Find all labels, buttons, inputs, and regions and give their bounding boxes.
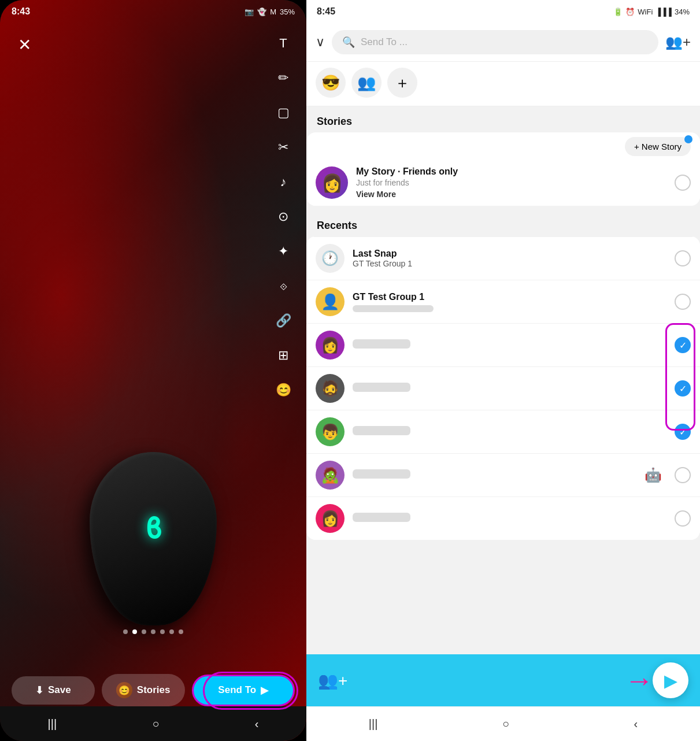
contact-radio-3[interactable] xyxy=(675,467,691,483)
recent-apps-icon[interactable]: ||| xyxy=(48,717,57,731)
status-icons-left: 📷 👻 M 35% xyxy=(245,8,295,16)
close-icon: ✕ xyxy=(18,35,31,54)
dot-4 xyxy=(151,629,155,634)
home-icon[interactable]: ○ xyxy=(152,717,159,731)
last-snap-item[interactable]: 🕐 Last Snap GT Test Group 1 xyxy=(306,236,700,280)
last-snap-radio[interactable] xyxy=(675,250,691,266)
stories-header-row: + New Story xyxy=(306,132,700,160)
robot-emoji: 🤖 xyxy=(645,467,662,483)
contact-name-3-blur xyxy=(353,469,410,479)
statusbar-right: 8:45 🔋 ⏰ WiFi ▐▐▐ 34% xyxy=(306,0,700,23)
scroll-area[interactable]: Stories + New Story 👩 My Story · Friends… xyxy=(306,106,700,654)
nav-bar-left: ||| ○ ‹ xyxy=(0,706,306,741)
contact-info-3 xyxy=(353,469,636,481)
contact-radio-1[interactable]: ✓ xyxy=(675,380,691,397)
contact-radio-0[interactable]: ✓ xyxy=(675,337,691,353)
last-snap-label: Last Snap xyxy=(353,249,666,259)
contact-avatar-1: 🧔 xyxy=(316,374,345,403)
left-panel: ϐ 8:43 📷 👻 M 35% ✕ T ✏ ▢ ✂ ♪ ⊙ ✦ ⟐ 🔗 ⊞ 😊 xyxy=(0,0,306,741)
gt-group-info: GT Test Group 1 xyxy=(353,292,666,312)
contact-item-4[interactable]: 👩 xyxy=(306,497,700,540)
back-icon[interactable]: ‹ xyxy=(255,717,259,731)
right-tools: T ✏ ▢ ✂ ♪ ⊙ ✦ ⟐ 🔗 ⊞ 😊 xyxy=(272,32,295,402)
dot-3 xyxy=(142,629,146,634)
contact-avatar-3: 🧟 xyxy=(316,461,345,490)
save-icon: ⬇ xyxy=(35,684,43,696)
battery-icon: 🔋 xyxy=(613,8,623,16)
gt-group-item[interactable]: 👤 GT Test Group 1 xyxy=(306,280,700,323)
contact-radio-2[interactable]: ✓ xyxy=(675,424,691,440)
gt-group-avatar: 👤 xyxy=(316,287,345,316)
dot-6 xyxy=(169,629,174,634)
my-story-radio[interactable] xyxy=(675,175,691,191)
home-icon-right[interactable]: ○ xyxy=(502,717,509,731)
pink-arrow-indicator: → xyxy=(625,664,654,697)
contact-info-1 xyxy=(353,383,666,394)
chevron-down-icon[interactable]: ∨ xyxy=(316,35,325,50)
group-quick-btn[interactable]: 👥 xyxy=(351,68,382,98)
contact-info-4 xyxy=(353,513,666,524)
last-snap-group: GT Test Group 1 xyxy=(353,259,666,268)
send-arrow-icon: ▶ xyxy=(664,670,677,691)
stories-button[interactable]: 😊 Stories xyxy=(102,674,185,706)
statusbar-left: 8:43 📷 👻 M 35% xyxy=(0,0,306,23)
sticker-tool[interactable]: ▢ xyxy=(272,101,295,124)
new-story-label: + New Story xyxy=(634,142,682,151)
music-tool[interactable]: ♪ xyxy=(272,171,295,194)
snap-icon: 👻 xyxy=(257,8,266,16)
gt-group-name: GT Test Group 1 xyxy=(353,292,666,302)
emoji-quick-btn[interactable]: 😎 xyxy=(316,68,346,98)
save-button[interactable]: ⬇ Save xyxy=(12,676,95,705)
my-story-info: My Story · Friends only Just for friends… xyxy=(356,166,666,199)
recent-apps-icon-right[interactable]: ||| xyxy=(369,717,378,731)
contact-avatar-4: 👩 xyxy=(316,504,345,533)
send-to-button[interactable]: Send To ▶ xyxy=(192,675,295,706)
add-friends-button[interactable]: 👥+ xyxy=(665,34,691,50)
view-more-link[interactable]: View More xyxy=(356,190,666,199)
quick-actions: 😎 👥 ＋ xyxy=(306,62,700,106)
search-input-wrap[interactable]: 🔍 Send To ... xyxy=(332,30,658,54)
back-icon-right[interactable]: ‹ xyxy=(634,717,638,731)
link-tool[interactable]: 🔗 xyxy=(272,309,295,332)
my-story-title: My Story · Friends only xyxy=(356,166,666,177)
add-quick-btn[interactable]: ＋ xyxy=(387,68,417,98)
add-friend-bottom-icon[interactable]: 👥+ xyxy=(318,671,347,690)
alarm-icon: ⏰ xyxy=(625,8,635,16)
dot-2 xyxy=(132,629,137,634)
crop-tool[interactable]: ⊞ xyxy=(272,344,295,367)
search-placeholder: Send To ... xyxy=(361,36,408,48)
time-left: 8:43 xyxy=(12,6,30,17)
erase-tool[interactable]: ⟐ xyxy=(272,275,295,298)
contact-item-3[interactable]: 🧟 🤖 xyxy=(306,453,700,497)
dot-7 xyxy=(179,629,183,634)
my-story-avatar: 👩 xyxy=(316,166,348,199)
contact-item-1[interactable]: 🧔 ✓ xyxy=(306,366,700,410)
last-snap-info: Last Snap GT Test Group 1 xyxy=(353,249,666,268)
send-icon: ▶ xyxy=(261,684,268,696)
text-tool[interactable]: T xyxy=(272,32,295,55)
contact-name-0-blur xyxy=(353,339,410,349)
contact-info-0 xyxy=(353,339,666,351)
filter-tool[interactable]: ⊙ xyxy=(272,205,295,228)
wifi-icon: WiFi xyxy=(638,8,653,16)
scissors-tool[interactable]: ✂ xyxy=(272,136,295,159)
close-button[interactable]: ✕ xyxy=(12,32,37,57)
contact-name-1-blur xyxy=(353,383,410,392)
my-story-row[interactable]: 👩 My Story · Friends only Just for frien… xyxy=(306,160,700,206)
magic-tool[interactable]: ✦ xyxy=(272,240,295,263)
bottom-send-bar: 👥+ → ▶ xyxy=(306,654,700,706)
signal-icon: ▐▐▐ xyxy=(655,8,672,16)
pencil-tool[interactable]: ✏ xyxy=(272,66,295,90)
contact-radio-4[interactable] xyxy=(675,510,691,527)
new-story-notification-dot xyxy=(684,135,692,143)
stories-section-header: Stories xyxy=(306,106,700,132)
send-arrow-button[interactable]: ▶ xyxy=(653,662,688,698)
gt-group-radio[interactable] xyxy=(675,294,691,310)
recents-card: 🕐 Last Snap GT Test Group 1 👤 GT Test Gr… xyxy=(306,236,700,540)
contact-item-2[interactable]: 👦 ✓ xyxy=(306,410,700,453)
checked-items-container: 👩 ✓ 🧔 ✓ 👦 xyxy=(306,323,700,453)
new-story-button[interactable]: + New Story xyxy=(625,137,691,156)
contact-item-0[interactable]: 👩 ✓ xyxy=(306,323,700,366)
emoji-tool[interactable]: 😊 xyxy=(272,379,295,402)
contact-name-4-blur xyxy=(353,513,410,522)
